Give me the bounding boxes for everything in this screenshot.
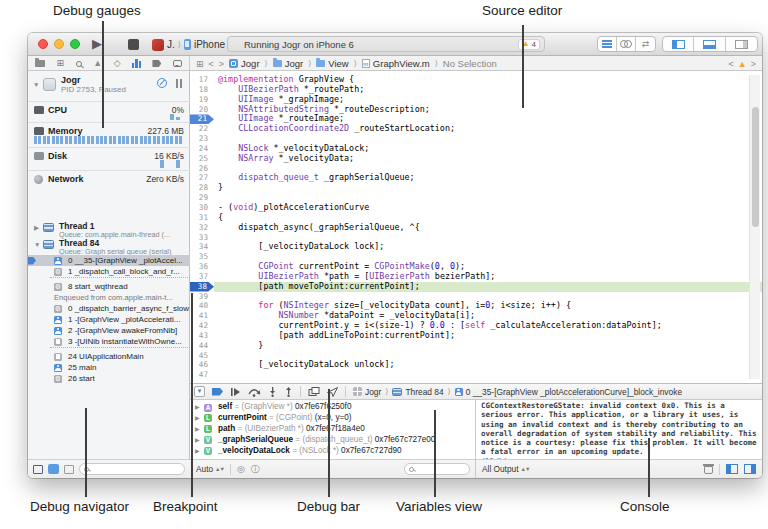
process-row[interactable]: ▼ Jogr PID 2753, Paused <box>28 74 189 96</box>
scrollbar-thumb[interactable] <box>752 107 759 227</box>
jump-bar-item[interactable]: mGraphView.m <box>362 58 430 69</box>
variable-row[interactable]: ▶Aself = (GraphView *) 0x7fe67f6250f0 <box>190 402 475 413</box>
stack-frame-row[interactable]: ⚙0 _dispatch_barrier_async_f_slow <box>28 303 190 314</box>
disclosure-triangle-icon[interactable]: ▶ <box>195 435 200 446</box>
debug-jump-item[interactable]: Jogr <box>353 387 381 397</box>
pause-threads-icon[interactable] <box>175 79 183 88</box>
jump-bar-item[interactable]: Jogr <box>273 58 303 69</box>
editor-scrollbar[interactable] <box>749 75 760 379</box>
breakpoint-marker[interactable]: 21 <box>190 114 214 124</box>
stack-frame-row[interactable]: ⚙8 start_wqthread <box>28 281 190 292</box>
run-button[interactable]: ▶ <box>92 36 102 51</box>
close-window-button[interactable] <box>38 39 48 49</box>
step-into-button[interactable] <box>268 387 277 397</box>
source-editor[interactable]: Thread 84: breakpoint 1.1 17181920212223… <box>190 71 762 383</box>
symbol-navigator-icon[interactable]: ⊞ <box>57 59 65 68</box>
related-items-icon[interactable]: ⊞ <box>196 59 204 69</box>
jump-bar-item[interactable]: Jogr <box>229 58 259 69</box>
variable-row[interactable]: ▶V_graphSerialQueue = (dispatch_queue_t)… <box>190 435 475 446</box>
next-issue-button[interactable]: > <box>751 59 756 69</box>
flat-list-icon[interactable]: ◎ <box>237 464 245 474</box>
gauge-row-cpu[interactable]: CPU0% <box>28 101 190 122</box>
divider <box>230 464 231 475</box>
stack-frame-row[interactable]: 24 UIApplicationMain <box>28 351 190 362</box>
disclosure-triangle-icon[interactable]: ▶ <box>195 424 200 435</box>
zoom-window-button[interactable] <box>70 39 80 49</box>
flat-view-toggle-icon[interactable] <box>33 465 43 474</box>
stack-depth-toggle-icon[interactable] <box>64 465 74 474</box>
console-scope-popup[interactable]: All Output ▲▼ <box>482 464 529 474</box>
breakpoint-navigator-icon[interactable] <box>152 60 161 67</box>
search-navigator-icon[interactable] <box>76 61 82 67</box>
step-over-button[interactable] <box>248 387 261 397</box>
report-navigator-icon[interactable] <box>173 60 182 67</box>
hide-debug-area-button[interactable]: ▼ <box>194 386 205 397</box>
clear-console-icon[interactable] <box>704 464 713 474</box>
variable-row[interactable]: ▶Lpath = (UIBezierPath *) 0x7fe67f18a4e0 <box>190 424 475 435</box>
breakpoint-toggle-button[interactable] <box>212 388 223 396</box>
disclosure-triangle-icon[interactable]: ▼ <box>34 241 40 248</box>
variable-kind-icon: A <box>204 404 212 412</box>
toggle-navigator-button[interactable] <box>663 37 694 51</box>
gauge-row-network[interactable]: NetworkZero KB/s <box>28 170 190 186</box>
show-console-toggle-icon[interactable] <box>744 464 756 474</box>
stack-frame-row[interactable]: 0 __35-[GraphView _plotAccel... <box>28 255 190 266</box>
issue-navigator-icon[interactable]: ▲ <box>93 59 102 68</box>
previous-issue-button[interactable]: < <box>729 59 734 69</box>
variables-scope-popup[interactable]: Auto ▲▼ <box>196 464 224 474</box>
scheme-selector[interactable]: J. ⟩ iPhone 6 <box>152 37 233 52</box>
back-button[interactable]: < <box>209 59 214 69</box>
show-variables-toggle-icon[interactable] <box>726 464 738 474</box>
warning-badge[interactable]: ▲ 4 <box>518 39 540 50</box>
disclosure-triangle-icon[interactable]: ▶ <box>195 402 200 413</box>
breakpoint-marker[interactable]: 38 <box>190 282 214 292</box>
toggle-debug-area-button[interactable] <box>694 37 725 51</box>
minimize-window-button[interactable] <box>54 39 64 49</box>
disclosure-triangle-icon[interactable]: ▶ <box>195 413 200 424</box>
disclosure-triangle-icon[interactable]: ▶ <box>34 224 39 232</box>
gauge-row-disk[interactable]: Disk16 KB/s <box>28 147 190 170</box>
stop-button[interactable] <box>128 39 139 50</box>
process-name: Jogr <box>61 75 81 85</box>
debug-jump-item[interactable]: Thread 84 <box>392 387 443 397</box>
variables-filter-field[interactable] <box>404 463 470 475</box>
version-editor-button[interactable]: ⇄ <box>636 37 655 51</box>
stack-frame-row[interactable]: 2 -[GraphView awakeFromNib] <box>28 325 190 336</box>
line-number-gutter[interactable]: 1718192021222324252627282930313233343536… <box>190 75 214 380</box>
debug-view-hierarchy-button[interactable] <box>308 387 320 397</box>
navigator-filter-field[interactable] <box>79 463 185 475</box>
standard-editor-button[interactable] <box>598 37 617 51</box>
stack-frame-row[interactable]: 25 main <box>28 362 190 373</box>
variables-view[interactable]: ▶Aself = (GraphView *) 0x7fe67f6250f0▶Lc… <box>190 400 475 478</box>
assistant-editor-button[interactable] <box>617 37 636 51</box>
gauge-row-memory[interactable]: Memory227.6 MB <box>28 122 190 147</box>
thread-row[interactable]: ▼Thread 84Queue: Graph serial queue (ser… <box>28 238 190 255</box>
variable-type: = (GraphView *) <box>232 402 295 411</box>
disclosure-triangle-icon[interactable]: ▶ <box>195 446 200 457</box>
code-token <box>218 94 238 104</box>
debug-jump-item[interactable]: 0 __35-[GraphView _plotAccelerationCurve… <box>455 387 682 397</box>
variable-row[interactable]: ▶LcurrentPoint = (CGPoint) (x=0, y=0) <box>190 413 475 424</box>
profile-in-instruments-icon[interactable] <box>157 78 167 88</box>
test-navigator-icon[interactable]: ◇ <box>114 59 121 68</box>
forward-button[interactable]: > <box>219 59 224 69</box>
interesting-threads-toggle-icon[interactable] <box>48 464 59 474</box>
project-navigator-icon[interactable] <box>35 60 45 67</box>
disclosure-triangle-icon[interactable]: ▼ <box>33 81 39 88</box>
step-out-button[interactable] <box>284 387 293 397</box>
debug-navigator-icon[interactable] <box>132 59 141 68</box>
stack-frame-row[interactable]: 1 -[GraphView _plotAccelerati... <box>28 314 190 325</box>
continue-button[interactable] <box>230 387 241 397</box>
console-view[interactable]: CGContextRestoreGState: invalid context … <box>475 400 762 478</box>
quicklook-info-icon[interactable]: ⓘ <box>251 463 260 476</box>
annotation-variables-view: Variables view <box>396 499 482 514</box>
stack-frame-row[interactable]: 3 -[UINib instantiateWithOwne... <box>28 336 190 347</box>
jump-bar-item[interactable]: View <box>316 58 348 69</box>
thread-row[interactable]: ▶Thread 1Queue: com.apple.main-thread (.… <box>28 221 190 238</box>
stack-frame-row[interactable]: ⚙1 _dispatch_call_block_and_r... <box>28 266 190 277</box>
variable-row[interactable]: ▶V_velocityDataLock = (NSLock *) 0x7fe67… <box>190 446 475 457</box>
jump-bar-item[interactable]: No Selection <box>443 58 497 69</box>
code-text[interactable]: @implementation GraphView { UIBezierPath… <box>218 75 738 380</box>
toggle-utilities-button[interactable] <box>726 37 757 51</box>
stack-frame-row[interactable]: ⚙26 start <box>28 373 190 384</box>
